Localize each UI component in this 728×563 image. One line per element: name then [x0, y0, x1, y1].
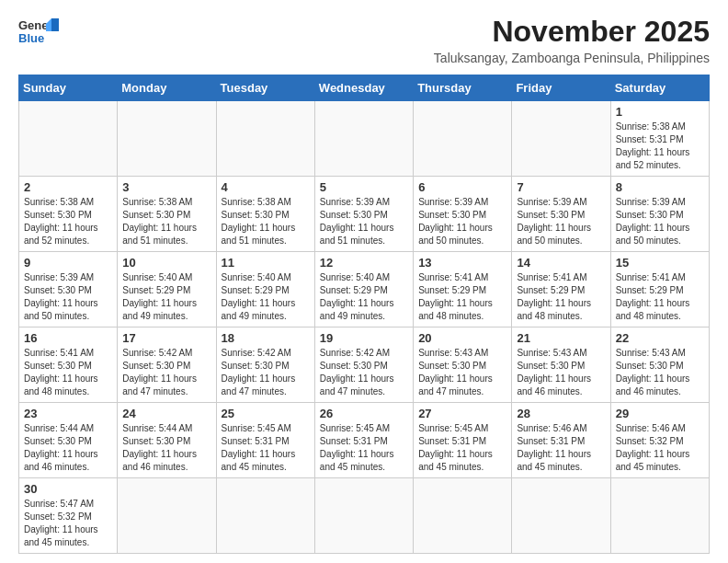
calendar-cell: 14Sunrise: 5:41 AM Sunset: 5:29 PM Dayli…: [512, 252, 610, 327]
day-info: Sunrise: 5:40 AM Sunset: 5:29 PM Dayligh…: [320, 271, 408, 323]
day-info: Sunrise: 5:40 AM Sunset: 5:29 PM Dayligh…: [222, 271, 310, 323]
day-info: Sunrise: 5:40 AM Sunset: 5:29 PM Dayligh…: [122, 271, 210, 323]
day-number: 17: [122, 331, 210, 345]
day-number: 11: [222, 256, 310, 270]
weekday-header-tuesday: Tuesday: [216, 75, 314, 101]
day-number: 14: [517, 256, 605, 270]
calendar-cell: [216, 101, 314, 177]
calendar-cell: 19Sunrise: 5:42 AM Sunset: 5:30 PM Dayli…: [314, 327, 413, 403]
calendar-week-2: 9Sunrise: 5:39 AM Sunset: 5:30 PM Daylig…: [19, 252, 710, 327]
calendar-cell: 8Sunrise: 5:39 AM Sunset: 5:30 PM Daylig…: [610, 177, 709, 252]
day-info: Sunrise: 5:43 AM Sunset: 5:30 PM Dayligh…: [418, 347, 506, 398]
day-info: Sunrise: 5:41 AM Sunset: 5:29 PM Dayligh…: [517, 271, 605, 323]
day-info: Sunrise: 5:39 AM Sunset: 5:30 PM Dayligh…: [517, 196, 605, 247]
day-info: Sunrise: 5:38 AM Sunset: 5:30 PM Dayligh…: [222, 196, 310, 247]
day-info: Sunrise: 5:43 AM Sunset: 5:30 PM Dayligh…: [616, 347, 704, 398]
logo-icon: General Blue: [18, 15, 59, 44]
calendar-cell: 27Sunrise: 5:45 AM Sunset: 5:31 PM Dayli…: [414, 403, 512, 478]
calendar-cell: 25Sunrise: 5:45 AM Sunset: 5:31 PM Dayli…: [216, 403, 314, 478]
day-number: 3: [122, 180, 210, 194]
day-number: 28: [517, 407, 605, 420]
weekday-header-thursday: Thursday: [414, 75, 512, 101]
day-info: Sunrise: 5:45 AM Sunset: 5:31 PM Dayligh…: [222, 422, 310, 474]
calendar-cell: 29Sunrise: 5:46 AM Sunset: 5:32 PM Dayli…: [610, 403, 709, 478]
day-info: Sunrise: 5:44 AM Sunset: 5:30 PM Dayligh…: [24, 422, 112, 474]
title-area: November 2025 Taluksangay, Zamboanga Pen…: [434, 15, 710, 65]
weekday-header-monday: Monday: [118, 75, 216, 101]
svg-text:Blue: Blue: [18, 31, 44, 44]
day-info: Sunrise: 5:39 AM Sunset: 5:30 PM Dayligh…: [320, 196, 408, 247]
calendar-cell: [216, 478, 314, 554]
calendar-cell: 6Sunrise: 5:39 AM Sunset: 5:30 PM Daylig…: [414, 177, 512, 252]
calendar-cell: 2Sunrise: 5:38 AM Sunset: 5:30 PM Daylig…: [19, 177, 118, 252]
day-info: Sunrise: 5:42 AM Sunset: 5:30 PM Dayligh…: [122, 347, 210, 398]
calendar-week-0: 1Sunrise: 5:38 AM Sunset: 5:31 PM Daylig…: [19, 101, 710, 177]
month-title: November 2025: [434, 15, 710, 49]
calendar-cell: 18Sunrise: 5:42 AM Sunset: 5:30 PM Dayli…: [216, 327, 314, 403]
day-info: Sunrise: 5:46 AM Sunset: 5:31 PM Dayligh…: [517, 422, 605, 474]
weekday-header-row: SundayMondayTuesdayWednesdayThursdayFrid…: [19, 75, 710, 101]
calendar-cell: 26Sunrise: 5:45 AM Sunset: 5:31 PM Dayli…: [314, 403, 413, 478]
day-number: 23: [24, 407, 112, 420]
day-number: 6: [418, 180, 506, 194]
calendar-cell: 4Sunrise: 5:38 AM Sunset: 5:30 PM Daylig…: [216, 177, 314, 252]
day-number: 12: [320, 256, 408, 270]
calendar-cell: [414, 101, 512, 177]
calendar-cell: 9Sunrise: 5:39 AM Sunset: 5:30 PM Daylig…: [19, 252, 118, 327]
logo: General Blue: [18, 15, 59, 44]
weekday-header-saturday: Saturday: [610, 75, 709, 101]
calendar-cell: [512, 101, 610, 177]
calendar-cell: [118, 101, 216, 177]
day-info: Sunrise: 5:47 AM Sunset: 5:32 PM Dayligh…: [24, 498, 112, 549]
weekday-header-friday: Friday: [512, 75, 610, 101]
day-info: Sunrise: 5:38 AM Sunset: 5:30 PM Dayligh…: [24, 196, 112, 247]
calendar-cell: 20Sunrise: 5:43 AM Sunset: 5:30 PM Dayli…: [414, 327, 512, 403]
calendar-cell: 3Sunrise: 5:38 AM Sunset: 5:30 PM Daylig…: [118, 177, 216, 252]
calendar-cell: 24Sunrise: 5:44 AM Sunset: 5:30 PM Dayli…: [118, 403, 216, 478]
calendar-cell: [414, 478, 512, 554]
calendar-week-4: 23Sunrise: 5:44 AM Sunset: 5:30 PM Dayli…: [19, 403, 710, 478]
day-info: Sunrise: 5:42 AM Sunset: 5:30 PM Dayligh…: [222, 347, 310, 398]
day-number: 16: [24, 331, 112, 345]
day-info: Sunrise: 5:42 AM Sunset: 5:30 PM Dayligh…: [320, 347, 408, 398]
calendar-cell: 21Sunrise: 5:43 AM Sunset: 5:30 PM Dayli…: [512, 327, 610, 403]
day-number: 19: [320, 331, 408, 345]
calendar-cell: [512, 478, 610, 554]
day-number: 24: [122, 407, 210, 420]
day-number: 22: [616, 331, 704, 345]
day-info: Sunrise: 5:46 AM Sunset: 5:32 PM Dayligh…: [616, 422, 704, 474]
day-info: Sunrise: 5:41 AM Sunset: 5:30 PM Dayligh…: [24, 347, 112, 398]
calendar-cell: 12Sunrise: 5:40 AM Sunset: 5:29 PM Dayli…: [314, 252, 413, 327]
day-number: 4: [222, 180, 310, 194]
day-info: Sunrise: 5:39 AM Sunset: 5:30 PM Dayligh…: [418, 196, 506, 247]
day-info: Sunrise: 5:38 AM Sunset: 5:30 PM Dayligh…: [122, 196, 210, 247]
calendar-cell: 13Sunrise: 5:41 AM Sunset: 5:29 PM Dayli…: [414, 252, 512, 327]
calendar-week-1: 2Sunrise: 5:38 AM Sunset: 5:30 PM Daylig…: [19, 177, 710, 252]
calendar-table: SundayMondayTuesdayWednesdayThursdayFrid…: [18, 75, 710, 554]
day-number: 9: [24, 256, 112, 270]
location-subtitle: Taluksangay, Zamboanga Peninsula, Philip…: [434, 51, 710, 65]
day-number: 20: [418, 331, 506, 345]
calendar-cell: 22Sunrise: 5:43 AM Sunset: 5:30 PM Dayli…: [610, 327, 709, 403]
calendar-cell: [314, 478, 413, 554]
day-number: 1: [616, 105, 704, 119]
calendar-cell: [610, 478, 709, 554]
day-number: 21: [517, 331, 605, 345]
day-info: Sunrise: 5:43 AM Sunset: 5:30 PM Dayligh…: [517, 347, 605, 398]
calendar-cell: 16Sunrise: 5:41 AM Sunset: 5:30 PM Dayli…: [19, 327, 118, 403]
day-number: 5: [320, 180, 408, 194]
calendar-cell: [19, 101, 118, 177]
day-info: Sunrise: 5:39 AM Sunset: 5:30 PM Dayligh…: [24, 271, 112, 323]
weekday-header-sunday: Sunday: [19, 75, 118, 101]
day-info: Sunrise: 5:41 AM Sunset: 5:29 PM Dayligh…: [418, 271, 506, 323]
day-number: 25: [222, 407, 310, 420]
calendar-cell: 28Sunrise: 5:46 AM Sunset: 5:31 PM Dayli…: [512, 403, 610, 478]
day-info: Sunrise: 5:45 AM Sunset: 5:31 PM Dayligh…: [320, 422, 408, 474]
day-info: Sunrise: 5:39 AM Sunset: 5:30 PM Dayligh…: [616, 196, 704, 247]
calendar-cell: [314, 101, 413, 177]
weekday-header-wednesday: Wednesday: [314, 75, 413, 101]
calendar-cell: 1Sunrise: 5:38 AM Sunset: 5:31 PM Daylig…: [610, 101, 709, 177]
day-info: Sunrise: 5:45 AM Sunset: 5:31 PM Dayligh…: [418, 422, 506, 474]
calendar-cell: 15Sunrise: 5:41 AM Sunset: 5:29 PM Dayli…: [610, 252, 709, 327]
calendar-cell: [118, 478, 216, 554]
